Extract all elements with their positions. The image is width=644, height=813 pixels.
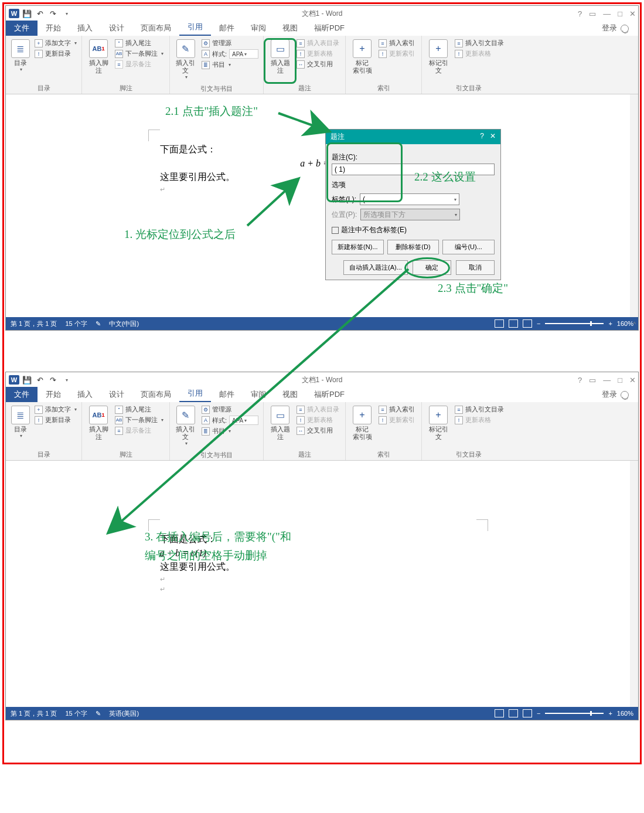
- language[interactable]: 中文(中国): [109, 319, 139, 328]
- zoom-in[interactable]: +: [608, 710, 612, 717]
- close-icon[interactable]: ✕: [629, 9, 636, 18]
- ribbon-opts-icon[interactable]: ▭: [589, 9, 596, 18]
- insert-caption-button[interactable]: ▭插入题注: [267, 404, 293, 442]
- insert-index-button[interactable]: ≡插入索引: [377, 404, 416, 414]
- undo-icon[interactable]: ↶: [34, 374, 46, 386]
- tab-layout[interactable]: 页面布局: [132, 387, 179, 402]
- language[interactable]: 英语(美国): [109, 709, 139, 718]
- insert-endnote-button[interactable]: ”插入尾注: [114, 38, 165, 48]
- minimize-icon[interactable]: —: [603, 376, 611, 385]
- dialog-help-icon[interactable]: ?: [480, 132, 484, 142]
- insert-footnote-button[interactable]: AB1插入脚注: [86, 404, 111, 442]
- delete-label-button[interactable]: 删除标签(D): [387, 240, 439, 254]
- tab-foxit[interactable]: 福昕PDF: [306, 387, 353, 402]
- tab-design[interactable]: 设计: [101, 21, 132, 36]
- update-index-button[interactable]: !更新索引: [377, 49, 416, 59]
- redo-icon[interactable]: ↷: [47, 8, 59, 19]
- update-index-button[interactable]: !更新索引: [377, 415, 416, 425]
- insert-footnote-button[interactable]: AB1插入脚注: [86, 38, 111, 76]
- citation-style-select[interactable]: A样式: APA▾: [200, 415, 260, 426]
- add-text-button[interactable]: +添加文字▾: [33, 38, 78, 48]
- toc-button[interactable]: ≣目录▾: [9, 404, 31, 440]
- zoom-level[interactable]: 160%: [617, 710, 633, 717]
- tab-foxit[interactable]: 福昕PDF: [306, 21, 353, 36]
- web-layout-icon[interactable]: [523, 319, 532, 328]
- tab-view[interactable]: 视图: [274, 21, 306, 36]
- tab-file[interactable]: 文件: [6, 21, 38, 36]
- tab-insert[interactable]: 插入: [69, 21, 101, 36]
- document-area[interactable]: 下面是公式： a + b = c 这里要引用公式。 ↵: [6, 94, 638, 317]
- maximize-icon[interactable]: □: [618, 376, 622, 385]
- zoom-slider[interactable]: [545, 323, 604, 324]
- page-count[interactable]: 第 1 页，共 1 页: [11, 319, 57, 328]
- toc-button[interactable]: ≣目录▾: [9, 38, 31, 73]
- page-count[interactable]: 第 1 页，共 1 页: [11, 709, 57, 718]
- numbering-button[interactable]: 编号(U)...: [442, 240, 495, 254]
- auto-caption-button[interactable]: 自动插入题注(A)...: [343, 260, 408, 275]
- ribbon-opts-icon[interactable]: ▭: [589, 376, 596, 385]
- add-text-button[interactable]: +添加文字▾: [33, 404, 78, 414]
- proofing-icon[interactable]: ✎: [96, 320, 101, 328]
- help-icon[interactable]: ?: [578, 376, 582, 385]
- qat-customize[interactable]: ▾: [61, 8, 73, 19]
- bibliography-button[interactable]: ≣书目▾: [200, 60, 260, 70]
- update-table-button[interactable]: !更新表格: [295, 415, 340, 425]
- bibliography-button[interactable]: ≣书目▾: [200, 426, 260, 436]
- save-icon[interactable]: 💾: [21, 374, 33, 386]
- mark-citation-button[interactable]: +标记引文: [425, 404, 451, 442]
- tab-file[interactable]: 文件: [6, 387, 38, 402]
- help-icon[interactable]: ?: [578, 9, 582, 18]
- redo-icon[interactable]: ↷: [47, 374, 59, 386]
- cross-reference-button[interactable]: ↔交叉引用: [295, 426, 340, 436]
- proofing-icon[interactable]: ✎: [96, 710, 101, 717]
- insert-endnote-button[interactable]: ”插入尾注: [114, 404, 165, 414]
- word-count[interactable]: 15 个字: [65, 319, 87, 328]
- read-mode-icon[interactable]: [495, 709, 504, 717]
- zoom-slider[interactable]: [545, 713, 604, 714]
- login-link[interactable]: 登录: [597, 387, 633, 402]
- qat-customize[interactable]: ▾: [61, 374, 73, 386]
- login-link[interactable]: 登录: [597, 21, 633, 36]
- citation-style-select[interactable]: A样式: APA▾: [200, 49, 260, 59]
- zoom-level[interactable]: 160%: [617, 320, 633, 327]
- insert-toa-button[interactable]: ≡插入引文目录: [454, 38, 505, 48]
- word-count[interactable]: 15 个字: [65, 709, 87, 718]
- show-notes-button[interactable]: ≡显示备注: [114, 426, 165, 436]
- manage-sources-button[interactable]: ⚙管理源: [200, 404, 260, 414]
- insert-index-button[interactable]: ≡插入索引: [377, 38, 416, 48]
- print-layout-icon[interactable]: [509, 709, 518, 717]
- insert-citation-button[interactable]: ✎插入引文▾: [173, 38, 198, 81]
- update-toc-button[interactable]: !更新目录: [33, 415, 78, 425]
- minimize-icon[interactable]: —: [603, 9, 611, 18]
- print-layout-icon[interactable]: [509, 319, 518, 328]
- insert-citation-button[interactable]: ✎插入引文▾: [173, 404, 198, 447]
- document-area[interactable]: 下面是公式： a + b = c(1) 这里要引用公式。 ↵ ↵: [6, 461, 638, 707]
- tab-mailings[interactable]: 邮件: [211, 21, 243, 36]
- next-footnote-button[interactable]: AB下一条脚注▾: [114, 415, 165, 425]
- cross-reference-button[interactable]: ↔交叉引用: [295, 59, 340, 69]
- tab-home[interactable]: 开始: [38, 21, 69, 36]
- tab-design[interactable]: 设计: [101, 387, 132, 402]
- insert-table-figures-button[interactable]: ≡插入表目录: [295, 404, 340, 414]
- maximize-icon[interactable]: □: [618, 9, 622, 18]
- zoom-out[interactable]: −: [537, 320, 540, 327]
- tab-references[interactable]: 引用: [179, 19, 211, 36]
- web-layout-icon[interactable]: [523, 709, 532, 717]
- mark-index-button[interactable]: +标记 索引项: [349, 404, 375, 442]
- tab-review[interactable]: 审阅: [243, 21, 274, 36]
- read-mode-icon[interactable]: [495, 319, 504, 328]
- cancel-button[interactable]: 取消: [456, 260, 495, 275]
- manage-sources-button[interactable]: ⚙管理源: [200, 38, 260, 48]
- tab-review[interactable]: 审阅: [243, 387, 274, 402]
- mark-index-button[interactable]: +标记 索引项: [349, 38, 375, 76]
- update-table-button[interactable]: !更新表格: [295, 49, 340, 59]
- collapse-ribbon-icon[interactable]: ^: [633, 321, 636, 328]
- exclude-label-checkbox[interactable]: [332, 227, 339, 234]
- new-label-button[interactable]: 新建标签(N)...: [332, 240, 384, 254]
- close-icon[interactable]: ✕: [629, 376, 636, 385]
- tab-insert[interactable]: 插入: [69, 387, 101, 402]
- update-toa-button[interactable]: !更新表格: [454, 49, 505, 59]
- show-notes-button[interactable]: ≡显示备注: [114, 59, 165, 69]
- update-toc-button[interactable]: !更新目录: [33, 49, 78, 59]
- tab-view[interactable]: 视图: [274, 387, 306, 402]
